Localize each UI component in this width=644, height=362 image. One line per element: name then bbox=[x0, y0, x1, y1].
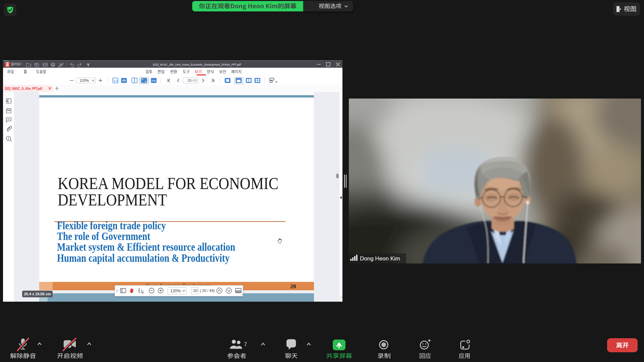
svg-text:120%: 120% bbox=[170, 289, 181, 293]
svg-text:/49: /49 bbox=[192, 78, 197, 82]
svg-text:Dong Heon Kim: Dong Heon Kim bbox=[360, 255, 400, 262]
svg-text:20: 20 bbox=[193, 289, 198, 293]
svg-text:1:1: 1:1 bbox=[114, 79, 118, 82]
svg-text:20: 20 bbox=[187, 78, 192, 82]
svg-text:120%: 120% bbox=[79, 78, 89, 82]
svg-text:( 20 / 49): ( 20 / 49) bbox=[200, 289, 215, 293]
svg-text:FULL: FULL bbox=[152, 80, 157, 82]
svg-text:2022_NASC_Jilin_Univ_Korea_Eco: 2022_NASC_Jilin_Univ_Korea_Economic_Deve… bbox=[153, 63, 241, 66]
svg-text:7: 7 bbox=[244, 341, 247, 348]
